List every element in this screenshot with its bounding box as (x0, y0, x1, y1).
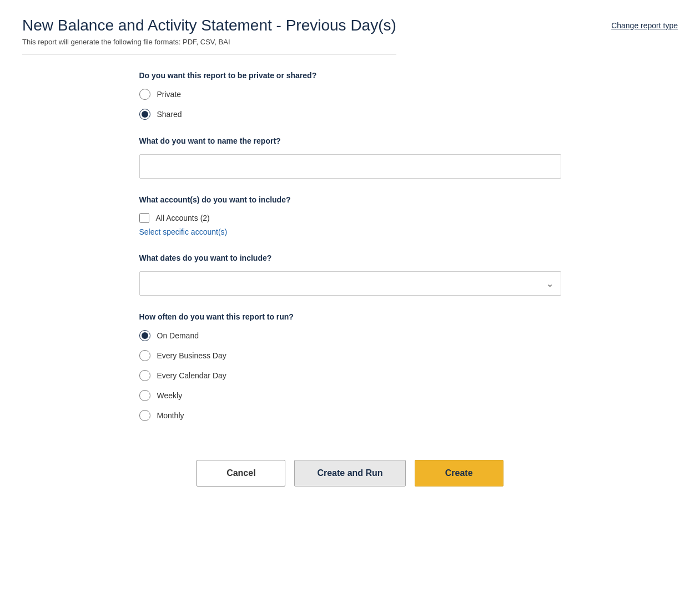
frequency-every-business-day-radio[interactable] (139, 350, 150, 361)
frequency-every-calendar-day-radio[interactable] (139, 370, 150, 381)
dates-question: What dates do you want to include? (139, 254, 561, 262)
all-accounts-option[interactable]: All Accounts (2) (139, 213, 561, 223)
change-report-type-link[interactable]: Change report type (611, 21, 678, 30)
all-accounts-checkbox[interactable] (139, 213, 149, 223)
button-row: Cancel Create and Run Create (139, 449, 561, 486)
privacy-private-radio[interactable] (139, 89, 150, 100)
frequency-weekly-option[interactable]: Weekly (139, 390, 561, 401)
page-header: New Balance and Activity Statement - Pre… (22, 17, 678, 54)
frequency-monthly-option[interactable]: Monthly (139, 410, 561, 421)
frequency-question: How often do you want this report to run… (139, 312, 561, 321)
privacy-private-label: Private (157, 90, 182, 99)
frequency-every-calendar-day-label: Every Calendar Day (157, 371, 226, 380)
create-and-run-button[interactable]: Create and Run (294, 460, 405, 486)
select-specific-accounts-link[interactable]: Select specific account(s) (139, 227, 228, 236)
accounts-section: What account(s) do you want to include? … (139, 195, 561, 237)
frequency-every-business-day-option[interactable]: Every Business Day (139, 350, 561, 361)
accounts-question: What account(s) do you want to include? (139, 195, 561, 204)
page-subtitle: This report will generate the following … (22, 38, 396, 54)
frequency-section: How often do you want this report to run… (139, 312, 561, 421)
report-name-question: What do you want to name the report? (139, 136, 561, 145)
frequency-on-demand-label: On Demand (157, 331, 199, 340)
frequency-radio-group: On Demand Every Business Day Every Calen… (139, 330, 561, 421)
cancel-button[interactable]: Cancel (197, 460, 285, 486)
frequency-weekly-label: Weekly (157, 391, 183, 400)
frequency-on-demand-option[interactable]: On Demand (139, 330, 561, 341)
page-title: New Balance and Activity Statement - Pre… (22, 17, 396, 34)
privacy-section: Do you want this report to be private or… (139, 71, 561, 120)
privacy-shared-option[interactable]: Shared (139, 109, 561, 120)
privacy-private-option[interactable]: Private (139, 89, 561, 100)
create-button[interactable]: Create (415, 460, 503, 486)
privacy-shared-label: Shared (157, 110, 182, 119)
header-left: New Balance and Activity Statement - Pre… (22, 17, 396, 54)
frequency-monthly-radio[interactable] (139, 410, 150, 421)
dates-section: What dates do you want to include? ⌄ (139, 254, 561, 296)
dates-select[interactable] (139, 271, 561, 296)
accounts-checkbox-group: All Accounts (2) (139, 213, 561, 223)
frequency-monthly-label: Monthly (157, 411, 184, 420)
frequency-on-demand-radio[interactable] (139, 330, 150, 341)
all-accounts-label: All Accounts (2) (156, 214, 210, 222)
report-name-input[interactable] (139, 154, 561, 179)
privacy-question: Do you want this report to be private or… (139, 71, 561, 80)
report-name-section: What do you want to name the report? (139, 136, 561, 179)
dates-select-wrapper: ⌄ (139, 271, 561, 296)
privacy-radio-group: Private Shared (139, 89, 561, 120)
frequency-weekly-radio[interactable] (139, 390, 150, 401)
frequency-every-calendar-day-option[interactable]: Every Calendar Day (139, 370, 561, 381)
frequency-every-business-day-label: Every Business Day (157, 351, 226, 360)
privacy-shared-radio[interactable] (139, 109, 150, 120)
form-content: Do you want this report to be private or… (128, 71, 572, 486)
